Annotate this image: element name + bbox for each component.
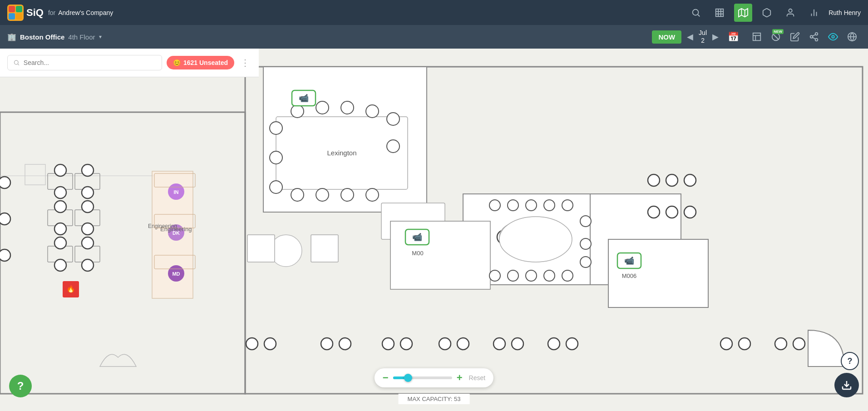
svg-point-76 [270, 122, 282, 134]
search-icon [13, 59, 20, 66]
nav-map-btn[interactable] [734, 4, 752, 22]
svg-point-114 [684, 206, 696, 218]
svg-point-52 [54, 201, 66, 213]
nav-person-btn[interactable] [781, 4, 799, 22]
logo-icon [7, 5, 24, 21]
svg-point-109 [648, 174, 660, 186]
svg-text:🔥: 🔥 [66, 284, 75, 293]
svg-point-62 [0, 177, 10, 188]
svg-point-101 [562, 270, 573, 281]
svg-line-26 [813, 37, 815, 39]
svg-point-69 [366, 105, 379, 118]
toolbar-right-icons: NEW [748, 28, 861, 45]
svg-line-142 [18, 64, 19, 65]
search-input[interactable] [24, 59, 156, 66]
svg-point-105 [499, 217, 572, 262]
edit-icon-btn[interactable] [786, 28, 804, 45]
svg-point-123 [493, 338, 505, 350]
help-circle-btn[interactable]: ? [841, 352, 859, 370]
svg-point-121 [439, 338, 451, 350]
svg-point-122 [457, 338, 469, 350]
svg-rect-4 [16, 13, 22, 20]
svg-rect-19 [753, 33, 761, 41]
date-month: Jul [699, 29, 707, 37]
user-name[interactable]: Ruth Henry [829, 9, 861, 16]
zoom-plus-btn[interactable]: + [457, 372, 463, 384]
logo-for-text: for [48, 9, 55, 16]
globe-icon-btn[interactable] [843, 28, 861, 45]
360-icon-btn[interactable]: NEW [767, 28, 784, 45]
svg-point-66 [291, 105, 304, 118]
share-icon-btn[interactable] [805, 28, 823, 45]
zoom-slider[interactable] [393, 376, 452, 379]
office-dropdown-arrow[interactable]: ▾ [99, 34, 102, 40]
date-navigation: NOW ◀ Jul 2 ▶ 📅 [652, 29, 743, 45]
svg-text:Engineering: Engineering [148, 223, 177, 229]
svg-rect-84 [247, 235, 275, 262]
office-name: Boston Office [20, 33, 64, 41]
svg-point-94 [526, 200, 537, 211]
svg-point-63 [0, 213, 10, 225]
svg-point-53 [82, 201, 94, 213]
download-icon [841, 380, 852, 391]
svg-text:IN: IN [174, 189, 179, 195]
svg-point-95 [544, 200, 555, 211]
svg-line-6 [698, 15, 700, 16]
svg-point-51 [82, 187, 94, 198]
svg-point-127 [720, 338, 732, 350]
max-capacity: MAX CAPACITY: 53 [399, 394, 470, 404]
help-button[interactable]: ? [9, 375, 32, 397]
svg-text:📹: 📹 [624, 256, 635, 266]
calendar-icon[interactable]: 📅 [724, 30, 743, 44]
svg-point-124 [512, 338, 523, 350]
unseated-badge[interactable]: 😊 1621 Unseated [167, 56, 234, 69]
svg-point-125 [548, 338, 560, 350]
svg-text:DK: DK [173, 230, 180, 236]
zoom-slider-thumb[interactable] [404, 374, 412, 382]
svg-point-92 [489, 200, 500, 211]
company-name: Andrew's Company [58, 9, 113, 16]
reset-btn[interactable]: Reset [469, 374, 486, 381]
next-date-btn[interactable]: ▶ [709, 30, 722, 44]
svg-point-128 [739, 338, 750, 350]
new-badge: NEW [772, 29, 784, 34]
nav-building-btn[interactable] [710, 4, 729, 22]
svg-rect-7 [716, 9, 724, 16]
svg-point-111 [684, 174, 696, 186]
svg-point-102 [580, 216, 591, 227]
nav-search-btn[interactable] [687, 4, 705, 22]
svg-point-141 [14, 60, 18, 64]
svg-point-130 [793, 338, 805, 350]
svg-point-50 [54, 187, 66, 198]
floor-plan-icon-btn[interactable] [748, 28, 765, 45]
svg-point-68 [341, 101, 354, 114]
svg-point-72 [366, 188, 379, 201]
floor-plan-svg: 🔥 📹 Lexington � [0, 49, 868, 411]
now-button[interactable]: NOW [652, 30, 681, 44]
svg-text:M00: M00 [412, 250, 423, 257]
more-options-btn[interactable]: ⋮ [239, 55, 252, 70]
svg-point-115 [246, 338, 258, 350]
svg-point-28 [832, 35, 834, 38]
download-button[interactable] [834, 373, 859, 397]
logo[interactable]: SiQ for Andrew's Company [7, 5, 113, 21]
floor-plan[interactable]: 🔥 📹 Lexington � [0, 49, 868, 411]
second-toolbar: 🏢 Boston Office 4th Floor ▾ NOW ◀ Jul 2 … [0, 25, 868, 49]
svg-point-112 [648, 206, 660, 218]
svg-point-97 [489, 270, 500, 281]
question-icon: ? [848, 357, 853, 366]
office-selector[interactable]: 🏢 Boston Office 4th Floor ▾ [7, 33, 102, 41]
svg-point-117 [321, 338, 333, 350]
unseated-count: 1621 Unseated [183, 59, 228, 66]
prev-date-btn[interactable]: ◀ [683, 30, 697, 44]
svg-point-93 [508, 200, 518, 211]
building-small-icon: 🏢 [7, 33, 16, 41]
svg-point-5 [693, 9, 699, 15]
svg-point-59 [82, 259, 94, 271]
svg-marker-12 [739, 8, 748, 16]
nav-chart-btn[interactable] [805, 4, 823, 22]
nav-box-btn[interactable] [758, 4, 776, 22]
search-input-wrap[interactable] [7, 55, 162, 70]
eye-icon-btn[interactable] [824, 28, 842, 45]
zoom-minus-btn[interactable]: − [383, 372, 389, 384]
